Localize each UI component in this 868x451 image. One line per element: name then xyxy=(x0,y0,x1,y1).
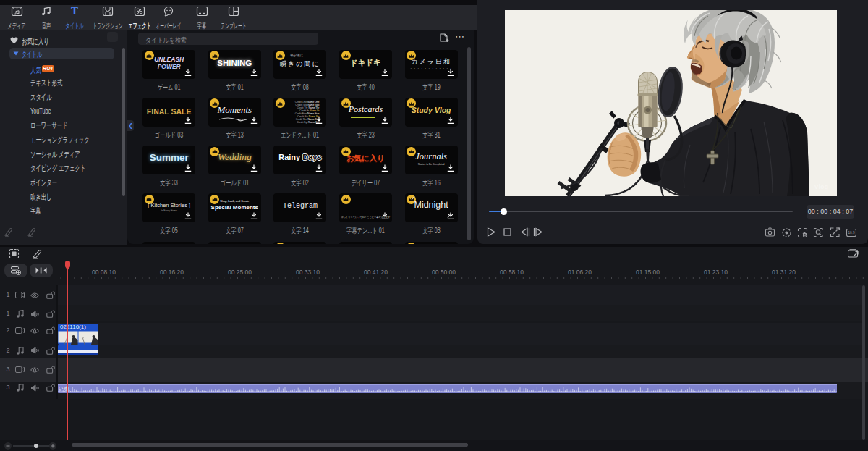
svg-text:T: T xyxy=(71,5,78,17)
svg-text:16:9: 16:9 xyxy=(848,231,855,235)
